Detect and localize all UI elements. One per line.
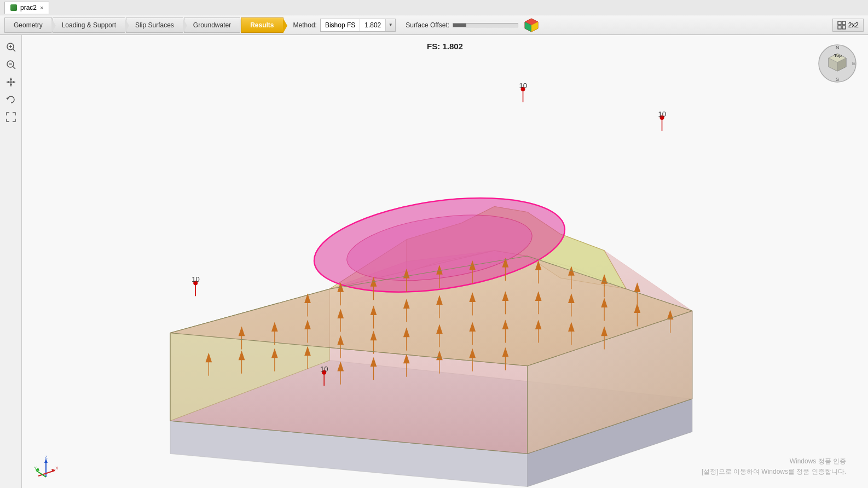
tab-loading[interactable]: Loading & Support: [53, 18, 125, 33]
svg-rect-6: [838, 26, 841, 29]
svg-marker-20: [13, 81, 15, 83]
svg-text:10: 10: [658, 110, 667, 118]
svg-text:Z: Z: [45, 455, 48, 460]
tab-results[interactable]: Results: [241, 18, 283, 33]
svg-marker-19: [7, 81, 9, 83]
nav-right: 2x2: [832, 19, 864, 32]
zoom-in-icon: [6, 42, 16, 52]
rotate-icon: [6, 95, 16, 104]
color-cube-icon[interactable]: [524, 18, 539, 33]
svg-text:S: S: [836, 77, 839, 82]
svg-text:10: 10: [519, 82, 528, 90]
scene-svg: 10 10 10 10: [22, 35, 868, 488]
svg-rect-7: [842, 26, 846, 29]
svg-text:Top: Top: [834, 53, 842, 58]
svg-line-9: [13, 49, 15, 52]
svg-marker-17: [10, 78, 12, 80]
svg-text:E: E: [852, 61, 855, 66]
left-toolbar: [0, 35, 22, 488]
svg-text:Y: Y: [34, 466, 37, 470]
axes-indicator: X Y Z: [33, 455, 55, 477]
tab-label: prac2: [20, 4, 37, 11]
svg-line-13: [13, 67, 15, 69]
grid-button[interactable]: 2x2: [832, 19, 864, 32]
fit-button[interactable]: [3, 109, 19, 125]
zoom-in-button[interactable]: [3, 39, 19, 55]
method-select[interactable]: Bishop FS 1.802 ▼: [320, 19, 396, 32]
viewport[interactable]: FS: 1.802: [22, 35, 868, 488]
zoom-out-icon: [6, 60, 16, 69]
method-label: Method:: [293, 21, 317, 29]
svg-text:X: X: [55, 466, 59, 470]
svg-text:N: N: [836, 45, 840, 50]
pan-button[interactable]: [3, 74, 19, 90]
titlebar: prac2 ×: [0, 0, 868, 15]
navbar: Geometry Loading & Support Slip Surfaces…: [0, 15, 868, 35]
surface-offset-label: Surface Offset:: [406, 21, 449, 29]
grid-label: 2x2: [848, 21, 859, 29]
zoom-out-button[interactable]: [3, 57, 19, 72]
svg-marker-18: [10, 84, 12, 86]
fs-display: 1.802: [360, 19, 385, 31]
svg-text:10: 10: [320, 365, 328, 373]
fit-icon: [6, 112, 16, 122]
svg-marker-21: [6, 97, 9, 100]
method-value: Bishop FS: [321, 19, 360, 31]
svg-rect-4: [838, 21, 841, 25]
file-icon: [10, 4, 17, 11]
file-tab[interactable]: prac2 ×: [4, 2, 49, 14]
rotate-button[interactable]: [3, 92, 19, 107]
svg-text:10: 10: [192, 275, 200, 283]
tab-groundwater[interactable]: Groundwater: [184, 18, 240, 33]
svg-rect-5: [842, 21, 846, 25]
orientation-cube[interactable]: S N E Top: [818, 44, 857, 83]
close-tab-button[interactable]: ×: [40, 5, 43, 11]
windows-watermark: Windows 정품 인증 [설정]으로 이동하여 Windows를 정품 인증…: [702, 456, 846, 477]
method-dropdown-button[interactable]: ▼: [385, 19, 395, 31]
tab-slip[interactable]: Slip Surfaces: [126, 18, 183, 33]
surface-offset-slider[interactable]: [453, 23, 518, 27]
main-area: FS: 1.802: [0, 35, 868, 488]
grid-icon: [837, 21, 846, 30]
pan-icon: [6, 77, 16, 87]
tab-geometry[interactable]: Geometry: [4, 18, 52, 33]
